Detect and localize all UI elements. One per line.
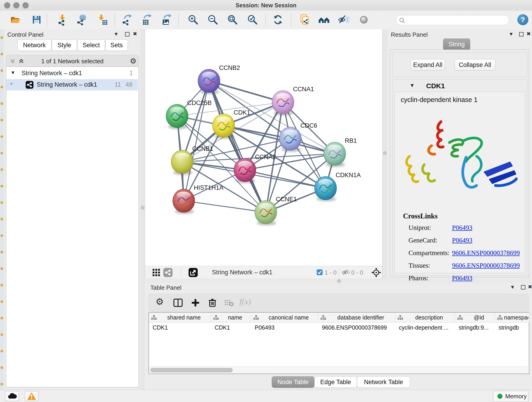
string-view-icon[interactable] [163, 268, 172, 277]
close-panel-icon[interactable]: ✖ [133, 31, 137, 37]
tree-expand-icon[interactable]: ▼ [11, 70, 15, 75]
export-table-icon[interactable] [141, 14, 152, 26]
crosslink-link[interactable]: P06493 [452, 236, 472, 244]
tab-string[interactable]: String [443, 38, 470, 50]
warning-button[interactable] [25, 391, 38, 401]
column-header[interactable]: canonical name [251, 313, 318, 322]
grid-view-icon[interactable] [152, 269, 160, 276]
node-RB1[interactable] [324, 142, 346, 166]
tab-sets[interactable]: Sets [105, 39, 128, 51]
refresh-icon[interactable] [272, 14, 284, 26]
network-canvas[interactable]: CCNB2CCNA1CDC25BCDK1CDC6RB1CCNB1CCNA2CDK… [145, 29, 383, 266]
open-file-icon[interactable] [10, 14, 22, 26]
node-CCNA2[interactable] [234, 158, 256, 182]
zoom-selected-icon[interactable] [247, 14, 259, 26]
node-CCNB2[interactable] [198, 69, 220, 93]
table-cell[interactable]: P06493 [251, 322, 318, 332]
crosslink-link[interactable]: P06493 [452, 274, 472, 282]
left-splitter[interactable] [140, 29, 145, 390]
crosslink-link[interactable]: 9606.ENSP00000378699 [452, 249, 520, 257]
selected-checkbox-icon[interactable] [317, 269, 323, 275]
close-panel-icon[interactable]: ✖ [526, 31, 531, 37]
tab-network[interactable]: Network [17, 39, 51, 51]
homes-icon[interactable] [318, 14, 330, 26]
tab-edge-table[interactable]: Edge Table [314, 376, 357, 388]
zoom-in-icon[interactable] [187, 14, 199, 26]
panel-menu-icon[interactable]: ▼ [114, 31, 119, 37]
node-CDC6[interactable] [279, 127, 301, 150]
tab-select[interactable]: Select [77, 39, 105, 51]
birds-eye-icon[interactable] [371, 268, 381, 277]
network-row[interactable]: ● String Network – cdk1 11 48 [6, 79, 138, 90]
network-graph[interactable]: CCNB2CCNA1CDC25BCDK1CDC6RB1CCNB1CCNA2CDK… [145, 29, 382, 266]
gear-icon[interactable]: ⚙ [130, 57, 137, 65]
table-panel-title: Table Panel [150, 284, 181, 291]
memory-status-dot [497, 394, 502, 399]
open-in-browser-icon[interactable] [189, 268, 198, 277]
table-cell[interactable]: 9606.ENSP00000378699 [318, 322, 395, 332]
edge-CCNB2-CCNA1[interactable] [209, 81, 283, 102]
float-panel-icon[interactable] [125, 32, 129, 36]
node-CDK1[interactable] [213, 114, 234, 137]
column-header[interactable]: shared name [149, 313, 211, 322]
float-panel-icon[interactable] [521, 285, 525, 289]
hide-unhide-icon[interactable] [338, 14, 350, 26]
edge-CCNA2-CDKN1A[interactable] [245, 170, 326, 188]
crosslink-link[interactable]: 9606.ENSP00000378699 [452, 262, 520, 269]
column-source-icon [253, 315, 259, 320]
right-splitter[interactable] [382, 29, 387, 278]
node-CCNA1[interactable] [272, 90, 294, 114]
import-network-icon[interactable] [56, 14, 68, 26]
float-panel-icon[interactable] [519, 32, 524, 36]
zoom-out-icon[interactable] [207, 14, 219, 26]
column-header[interactable]: database identifier [318, 313, 395, 322]
table-cell[interactable]: CDK1 [211, 322, 251, 332]
import-network-from-database-icon[interactable] [76, 14, 88, 26]
zoom-fit-icon[interactable] [227, 14, 239, 26]
export-network-icon[interactable] [121, 14, 133, 26]
import-table-icon[interactable] [96, 14, 108, 26]
column-header[interactable]: @id [455, 313, 495, 322]
eye-icon[interactable] [358, 14, 370, 26]
column-header[interactable]: name [211, 313, 251, 322]
node-HIST1H1A[interactable] [173, 189, 195, 212]
node-CCNE1[interactable] [255, 201, 277, 224]
memory-button[interactable]: Memory [493, 391, 528, 402]
expand-all-button[interactable]: Expand All [411, 59, 445, 70]
node-CDC25B[interactable] [166, 104, 188, 128]
cloud-button[interactable] [5, 391, 19, 401]
table-cell[interactable]: stringdb:9... [455, 322, 495, 332]
show-columns-icon[interactable] [172, 297, 184, 308]
save-session-icon[interactable] [31, 14, 43, 26]
node-CCNB1[interactable] [171, 150, 193, 173]
tab-node-table[interactable]: Node Table [272, 376, 314, 388]
column-header[interactable]: description [395, 313, 455, 322]
create-column-icon[interactable] [190, 297, 201, 308]
column-header[interactable]: namespace [495, 313, 530, 322]
network-collection-row[interactable]: ▼ String Network – cdk1 1 [6, 68, 138, 79]
table-cell[interactable]: cyclin-dependent ... [395, 322, 455, 332]
scrollbar-thumb[interactable] [150, 368, 233, 372]
crosslink-link[interactable]: P06493 [452, 224, 472, 231]
node-table[interactable]: shared namenamecanonical namedatabase id… [148, 312, 529, 374]
table-cell[interactable]: stringdb [495, 322, 529, 332]
close-panel-icon[interactable]: ✖ [528, 284, 532, 290]
table-cell[interactable]: CDK1 [149, 322, 211, 332]
collapse-all-button[interactable]: Collapse All [455, 59, 495, 70]
export-image-icon[interactable] [161, 14, 172, 26]
search-field[interactable] [396, 15, 509, 25]
edge-HIST1H1A-CCNE1[interactable] [184, 201, 266, 212]
tab-network-table[interactable]: Network Table [357, 376, 410, 388]
horizontal-splitter[interactable] [145, 278, 532, 283]
clone-network-icon[interactable] [299, 14, 311, 26]
panel-menu-icon[interactable]: ▼ [509, 31, 514, 37]
node-CDKN1A[interactable] [315, 177, 336, 200]
delete-column-icon[interactable] [207, 297, 218, 308]
table-settings-gear-icon[interactable]: ⚙ [156, 296, 164, 307]
table-horizontal-scrollbar[interactable] [149, 366, 528, 374]
section-collapse-icon[interactable]: ▼ [410, 83, 415, 89]
tab-style[interactable]: Style [52, 39, 77, 51]
panel-menu-icon[interactable]: ▼ [510, 284, 515, 290]
help-button[interactable]: ? [517, 14, 528, 25]
search-input[interactable] [407, 16, 507, 24]
